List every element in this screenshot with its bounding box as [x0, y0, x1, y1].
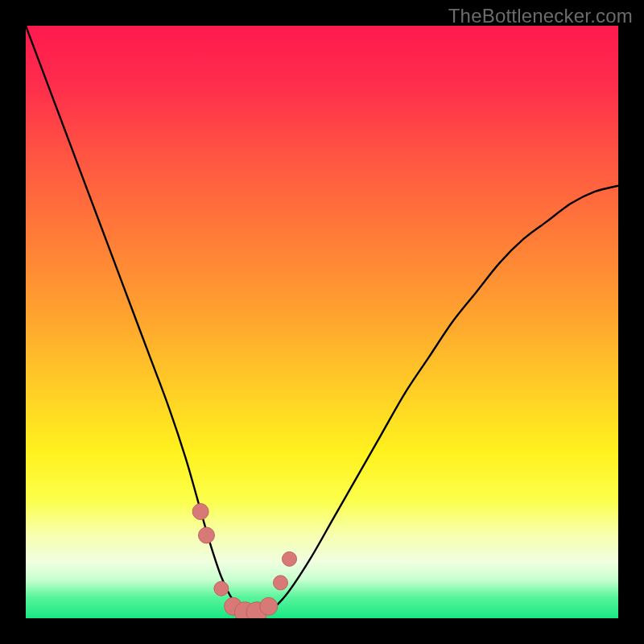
chart-frame: TheBottlenecker.com	[0, 0, 644, 644]
marker-dot	[260, 597, 278, 615]
plot-background	[26, 26, 618, 618]
marker-dot	[283, 551, 297, 566]
marker-dot	[214, 581, 229, 596]
watermark-text: TheBottlenecker.com	[448, 5, 633, 27]
marker-dot	[192, 504, 208, 520]
marker-dot	[273, 576, 287, 590]
marker-dot	[198, 527, 214, 543]
bottleneck-chart	[26, 26, 618, 618]
